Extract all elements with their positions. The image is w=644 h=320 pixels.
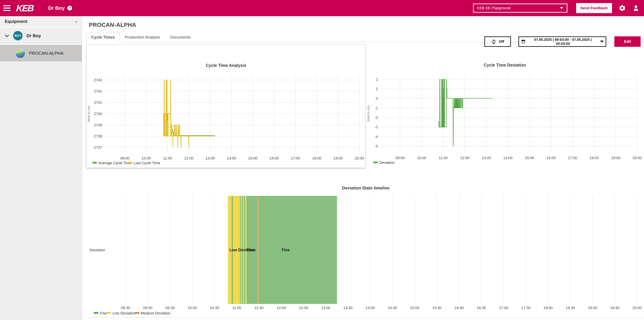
svg-text:2: 2 <box>376 77 378 82</box>
svg-text:2743: 2743 <box>94 78 102 82</box>
svg-text:15:00: 15:00 <box>410 306 419 310</box>
svg-text:17:30: 17:30 <box>521 306 530 310</box>
svg-text:Average Cycle Time: Average Cycle Time <box>98 161 131 165</box>
sidebar-item-procan-alpha[interactable]: PROCAN-ALPHA <box>0 45 82 62</box>
svg-text:0: 0 <box>376 96 378 100</box>
calendar-icon <box>521 39 526 44</box>
svg-text:Low Deviation: Low Deviation <box>112 311 136 315</box>
top-app-bar: KEB Dr Boy ? KEB DE Playground Send Feed… <box>0 0 644 16</box>
page-title: PROCAN-ALPHA <box>89 22 644 28</box>
help-icon[interactable]: ? <box>67 6 72 10</box>
tab-documents[interactable]: Documents <box>165 32 196 42</box>
tab-production-analysis[interactable]: Production Analysis <box>120 32 165 42</box>
chevron-down-icon[interactable] <box>5 33 9 37</box>
svg-text:20:00: 20:00 <box>632 156 642 160</box>
svg-text:12:30: 12:30 <box>299 306 308 310</box>
svg-text:Deviation State timeline: Deviation State timeline <box>342 186 390 190</box>
svg-text:11:30: 11:30 <box>254 306 264 310</box>
sidebar-item-dr-boy[interactable]: BOY Dr Boy <box>0 27 82 45</box>
svg-text:17:00: 17:00 <box>499 306 508 310</box>
svg-text:Medium Deviation: Medium Deviation <box>141 311 170 315</box>
svg-text:12:00: 12:00 <box>276 306 286 310</box>
svg-text:14:00: 14:00 <box>366 306 375 310</box>
svg-text:11:00: 11:00 <box>232 306 241 310</box>
cycle-time-deviation-chart: 09:0010:0011:0012:0013:0014:0015:0016:00… <box>366 44 644 168</box>
svg-text:2742: 2742 <box>94 89 102 94</box>
svg-text:2740: 2740 <box>94 112 102 116</box>
svg-text:17:00: 17:00 <box>568 156 577 160</box>
svg-text:16:00: 16:00 <box>546 156 556 160</box>
svg-text:08:30: 08:30 <box>121 306 130 310</box>
svg-text:Deviation: Deviation <box>90 248 105 252</box>
auto-refresh-label: Off <box>499 40 504 44</box>
keb-logo: KEB <box>16 3 34 13</box>
svg-text:2737: 2737 <box>94 145 102 150</box>
sidebar-title: Equipment <box>5 19 27 24</box>
svg-text:Cycle Time Analysis: Cycle Time Analysis <box>206 63 246 68</box>
sidebar-collapse-icon[interactable]: « <box>75 19 78 24</box>
user-account-button[interactable] <box>632 5 639 12</box>
gear-icon <box>619 4 626 12</box>
svg-text:11:00: 11:00 <box>439 156 448 160</box>
auto-refresh-off-button[interactable]: Off <box>484 36 511 47</box>
svg-text:13:00: 13:00 <box>482 156 491 160</box>
svg-text:16:00: 16:00 <box>454 306 464 310</box>
svg-text:Fine: Fine <box>246 248 254 252</box>
svg-text:1: 1 <box>376 87 378 91</box>
cycle-time-analysis-chart: 09:0010:0011:0012:0013:0014:0015:0016:00… <box>86 45 365 169</box>
svg-text:09:00: 09:00 <box>396 156 405 160</box>
edit-button[interactable]: Edit <box>614 36 641 47</box>
svg-text:-5: -5 <box>374 144 378 148</box>
settings-button[interactable] <box>619 4 626 12</box>
machine-avatar <box>16 48 25 58</box>
date-range-picker[interactable]: 07.05.2025 | 08:03:00 - 07.05.2025 | 20:… <box>518 36 606 47</box>
sidebar-header: Equipment « <box>0 16 82 27</box>
sidebar-item-label: Dr Boy <box>26 33 41 38</box>
refresh-sync-icon <box>491 39 496 44</box>
main-content: PROCAN-ALPHA Off 07.05.2025 | 08:03:00 -… <box>82 16 644 320</box>
topbar-actions: KEB DE Playground Send Feedback <box>473 3 644 13</box>
date-range-value: 07.05.2025 | 08:03:00 - 07.05.2025 | 20:… <box>528 38 598 46</box>
svg-text:2741: 2741 <box>94 100 102 104</box>
svg-text:15:00: 15:00 <box>525 156 534 160</box>
svg-text:time in ms: time in ms <box>366 106 370 122</box>
svg-text:Deviation: Deviation <box>379 160 395 165</box>
tab-cycle-times[interactable]: Cycle Times <box>86 32 120 42</box>
svg-text:18:00: 18:00 <box>312 156 321 160</box>
svg-text:15:30: 15:30 <box>432 306 442 310</box>
svg-text:Fine: Fine <box>100 311 107 315</box>
environment-select-value: KEB DE Playground <box>477 6 510 10</box>
cycle-time-analysis-card: 09:0010:0011:0012:0013:0014:0015:0016:00… <box>86 44 366 168</box>
environment-select[interactable]: KEB DE Playground <box>473 4 567 13</box>
equipment-sidebar: Equipment « BOY Dr Boy PROCAN-ALPHA <box>0 16 82 320</box>
svg-text:18:00: 18:00 <box>590 156 599 160</box>
svg-text:Last Cycle Time: Last Cycle Time <box>134 161 160 165</box>
svg-text:-3: -3 <box>374 125 378 129</box>
svg-text:2739: 2739 <box>94 123 102 127</box>
svg-text:20:00: 20:00 <box>632 306 642 310</box>
svg-text:time in ms: time in ms <box>87 106 90 122</box>
svg-text:14:00: 14:00 <box>503 156 512 160</box>
svg-text:19:30: 19:30 <box>610 306 620 310</box>
svg-text:09:30: 09:30 <box>166 306 175 310</box>
svg-text:Cycle Time Deviation: Cycle Time Deviation <box>484 63 526 67</box>
svg-text:09:00: 09:00 <box>120 156 130 160</box>
svg-text:15:00: 15:00 <box>248 156 258 160</box>
svg-text:19:00: 19:00 <box>611 156 620 160</box>
header-controls: Off 07.05.2025 | 08:03:00 - 07.05.2025 |… <box>484 36 641 47</box>
svg-text:09:00: 09:00 <box>143 306 152 310</box>
send-feedback-button[interactable]: Send Feedback <box>576 3 612 13</box>
svg-text:14:00: 14:00 <box>227 156 236 160</box>
svg-text:13:30: 13:30 <box>344 306 353 310</box>
svg-text:10:00: 10:00 <box>142 156 151 160</box>
svg-text:19:00: 19:00 <box>334 156 343 160</box>
svg-text:19:00: 19:00 <box>588 306 597 310</box>
chevron-down-icon <box>560 7 563 9</box>
svg-text:2738: 2738 <box>94 134 102 138</box>
svg-text:20:00: 20:00 <box>355 156 364 160</box>
svg-text:-2: -2 <box>374 116 378 120</box>
svg-text:16:30: 16:30 <box>477 306 486 310</box>
hamburger-menu-icon[interactable] <box>0 0 14 16</box>
svg-text:12:00: 12:00 <box>184 156 194 160</box>
charts-row: 09:0010:0011:0012:0013:0014:0015:0016:00… <box>86 44 644 168</box>
